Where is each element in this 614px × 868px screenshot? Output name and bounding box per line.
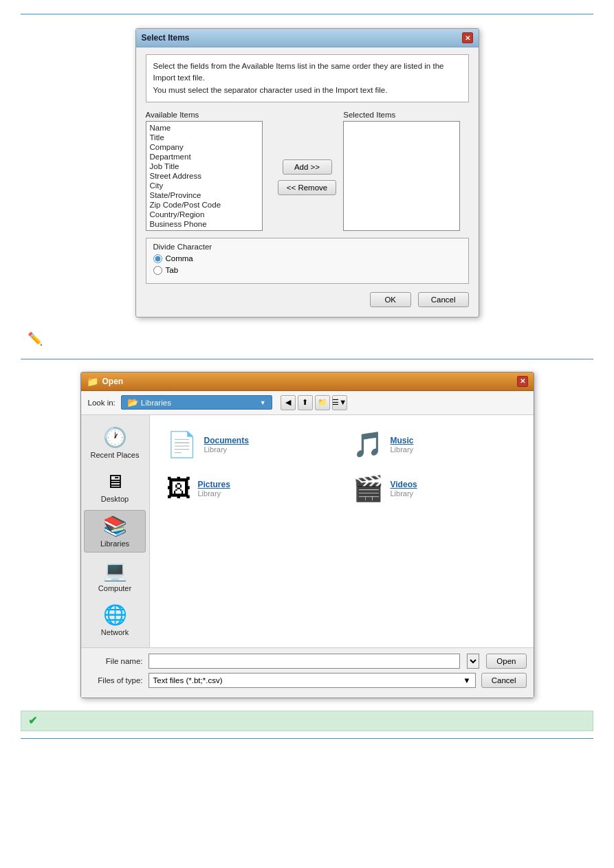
look-in-label: Look in:	[88, 399, 116, 407]
look-in-value: Libraries	[141, 399, 171, 407]
sidebar-item-label-recent-places: Recent Places	[91, 451, 140, 459]
bottom-divider	[21, 738, 593, 739]
pencil-icon: ✏️	[28, 331, 43, 346]
comma-radio-row: Comma	[153, 254, 461, 263]
pictures-info: PicturesLibrary	[198, 480, 230, 498]
comma-radio[interactable]	[153, 254, 162, 263]
remove-button[interactable]: << Remove	[278, 180, 336, 195]
pictures-icon: 🖼	[166, 474, 191, 503]
select-items-instruction: Select the fields from the Available Ite…	[146, 54, 469, 102]
select-items-close-button[interactable]: ✕	[462, 32, 473, 43]
recent-places-icon: 🕐	[103, 426, 127, 449]
file-name-label: File name:	[88, 657, 143, 665]
videos-type: Library	[391, 489, 417, 498]
open-footer: File name: Open Files of type: Text file…	[81, 647, 534, 698]
available-items-listbox[interactable]: NameTitleCompanyDepartmentJob TitleStree…	[146, 121, 263, 231]
file-name-dropdown[interactable]	[467, 654, 479, 669]
sidebar-item-recent-places[interactable]: 🕐Recent Places	[84, 422, 146, 463]
open-title-icon: 📁	[87, 376, 98, 387]
open-dialog-wrapper: 📁 Open ✕ Look in: 📂 Libraries ▼ ◀ ⬆ 📁 ☰▼	[21, 372, 593, 698]
add-remove-buttons: Add >> << Remove	[278, 111, 336, 231]
music-name[interactable]: Music	[391, 436, 414, 445]
open-title: 📁 Open	[87, 376, 124, 387]
files-of-type-arrow: ▼	[463, 676, 470, 685]
open-dialog: 📁 Open ✕ Look in: 📂 Libraries ▼ ◀ ⬆ 📁 ☰▼	[80, 372, 534, 698]
up-folder-button[interactable]: ⬆	[298, 395, 313, 410]
sidebar-item-label-libraries: Libraries	[100, 539, 129, 548]
view-button[interactable]: ☰▼	[332, 395, 347, 410]
music-info: MusicLibrary	[391, 436, 414, 454]
cancel-open-button[interactable]: Cancel	[481, 673, 527, 688]
select-items-dialog: Select Items ✕ Select the fields from th…	[135, 28, 479, 318]
note-divider	[21, 359, 593, 359]
available-items-label: Available Items	[146, 111, 271, 119]
videos-icon: 🎬	[353, 474, 384, 503]
folder-icon: 📂	[127, 397, 138, 408]
checkmark-icon: ✔	[28, 714, 37, 727]
computer-icon: 💻	[103, 559, 127, 582]
new-folder-button[interactable]: 📁	[315, 395, 330, 410]
videos-info: VideosLibrary	[391, 480, 417, 498]
documents-icon: 📄	[166, 430, 197, 459]
documents-name[interactable]: Documents	[204, 436, 249, 445]
instruction-line1: Select the fields from the Available Ite…	[153, 62, 444, 70]
open-title-text: Open	[102, 377, 124, 386]
library-item-music[interactable]: 🎵MusicLibrary	[349, 427, 521, 462]
cancel-button[interactable]: Cancel	[418, 292, 469, 307]
list-item[interactable]: Department	[148, 152, 261, 162]
dialog-columns: Available Items NameTitleCompanyDepartme…	[146, 111, 469, 231]
list-item[interactable]: State/Province	[148, 190, 261, 200]
open-body: 🕐Recent Places🖥Desktop📚Libraries💻Compute…	[81, 415, 534, 647]
library-item-pictures[interactable]: 🖼PicturesLibrary	[162, 471, 335, 506]
music-icon: 🎵	[353, 430, 384, 459]
selected-items-label: Selected Items	[343, 111, 468, 119]
files-of-type-value: Text files (*.bt;*.csv)	[153, 676, 223, 685]
ok-button[interactable]: OK	[370, 292, 411, 307]
documents-type: Library	[204, 445, 249, 454]
tab-radio[interactable]	[153, 266, 162, 275]
list-item[interactable]: Zip Code/Post Code	[148, 200, 261, 210]
library-item-documents[interactable]: 📄DocumentsLibrary	[162, 427, 335, 462]
list-item[interactable]: Job Title	[148, 162, 261, 171]
open-sidebar: 🕐Recent Places🖥Desktop📚Libraries💻Compute…	[81, 415, 150, 647]
selected-items-listbox[interactable]	[343, 121, 460, 231]
divide-character-label: Divide Character	[153, 243, 461, 251]
back-button[interactable]: ◀	[281, 395, 296, 410]
divide-character-section: Divide Character Comma Tab	[146, 238, 469, 284]
pictures-name[interactable]: Pictures	[198, 480, 230, 489]
open-close-button[interactable]: ✕	[517, 376, 528, 387]
toolbar-buttons: ◀ ⬆ 📁 ☰▼	[281, 395, 347, 410]
file-name-input[interactable]	[149, 654, 461, 669]
list-item[interactable]: Business Phone	[148, 219, 261, 229]
videos-name[interactable]: Videos	[391, 480, 417, 489]
instruction-line3: You must select the separator character …	[153, 86, 388, 94]
sidebar-item-desktop[interactable]: 🖥Desktop	[84, 466, 146, 507]
add-button[interactable]: Add >>	[283, 159, 332, 175]
open-button[interactable]: Open	[486, 654, 526, 669]
checkmark-bar: ✔	[21, 711, 593, 731]
list-item[interactable]: City	[148, 181, 261, 190]
network-icon: 🌐	[103, 603, 127, 626]
library-item-videos[interactable]: 🎬VideosLibrary	[349, 471, 521, 506]
dropdown-arrow-icon: ▼	[260, 399, 266, 406]
open-main: 📄DocumentsLibrary🎵MusicLibrary🖼PicturesL…	[150, 415, 534, 647]
list-item[interactable]: Country/Region	[148, 210, 261, 219]
look-in-combo[interactable]: 📂 Libraries ▼	[121, 395, 272, 410]
list-item[interactable]: Name	[148, 123, 261, 133]
libraries-icon: 📚	[103, 515, 127, 537]
sidebar-item-network[interactable]: 🌐Network	[84, 599, 146, 641]
open-toolbar: Look in: 📂 Libraries ▼ ◀ ⬆ 📁 ☰▼	[81, 391, 534, 415]
libraries-grid: 📄DocumentsLibrary🎵MusicLibrary🖼PicturesL…	[157, 422, 527, 511]
list-item[interactable]: Street Address	[148, 171, 261, 181]
sidebar-item-computer[interactable]: 💻Computer	[84, 555, 146, 597]
select-items-content: Select the fields from the Available Ite…	[136, 47, 479, 317]
list-item[interactable]: Company	[148, 142, 261, 152]
sidebar-item-libraries[interactable]: 📚Libraries	[84, 510, 146, 553]
list-item[interactable]: Title	[148, 133, 261, 142]
dialog-footer: OK Cancel	[146, 292, 469, 307]
files-of-type-combo[interactable]: Text files (*.bt;*.csv) ▼	[149, 673, 476, 688]
select-items-title: Select Items	[142, 33, 190, 43]
files-of-type-row: Files of type: Text files (*.bt;*.csv) ▼…	[88, 673, 527, 688]
tab-label: Tab	[166, 266, 179, 274]
music-type: Library	[391, 445, 414, 454]
